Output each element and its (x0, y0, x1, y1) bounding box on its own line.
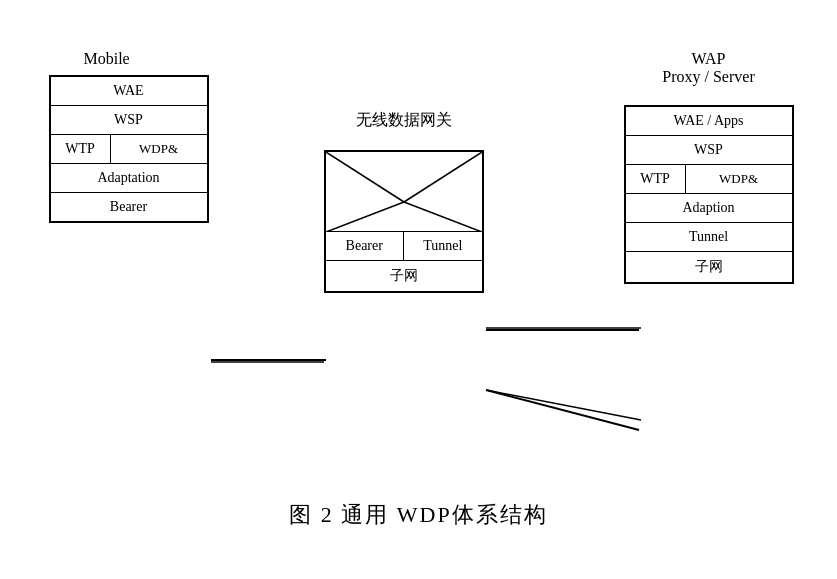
svg-line-10 (486, 390, 641, 420)
gateway-bearer: Bearer (326, 232, 405, 260)
server-label: WAP Proxy / Server (629, 50, 789, 86)
server-wae-apps: WAE / Apps (626, 107, 792, 136)
mobile-adaptation: Adaptation (51, 164, 207, 193)
gateway-box: Bearer Tunnel 子网 (324, 150, 484, 293)
diagram-container: Mobile WAE WSP WTP WDP& Adaptation Beare… (29, 50, 809, 530)
mobile-wtp-wdp-row: WTP WDP& (51, 135, 207, 164)
mobile-wdp: WDP& (111, 135, 207, 163)
server-wdp: WDP& (686, 165, 792, 193)
server-adaption: Adaption (626, 194, 792, 223)
mobile-label: Mobile (84, 50, 130, 68)
gateway-tunnel: Tunnel (404, 232, 482, 260)
server-wtp-wdp-row: WTP WDP& (626, 165, 792, 194)
mobile-wsp: WSP (51, 106, 207, 135)
mobile-stack: WAE WSP WTP WDP& Adaptation Bearer (49, 75, 209, 223)
server-subnet: 子网 (626, 252, 792, 282)
gateway-label: 无线数据网关 (339, 110, 469, 131)
server-label-line2: Proxy / Server (629, 68, 789, 86)
diagram-area: Mobile WAE WSP WTP WDP& Adaptation Beare… (29, 50, 809, 490)
mobile-bearer: Bearer (51, 193, 207, 221)
envelope-svg (326, 152, 482, 232)
server-wsp: WSP (626, 136, 792, 165)
gateway-subnet: 子网 (326, 260, 482, 291)
mobile-wae: WAE (51, 77, 207, 106)
server-stack: WAE / Apps WSP WTP WDP& Adaption Tunnel … (624, 105, 794, 284)
server-label-line1: WAP (629, 50, 789, 68)
caption: 图 2 通用 WDP体系结构 (289, 500, 547, 530)
mobile-wtp: WTP (51, 135, 111, 163)
gateway-bottom-row: Bearer Tunnel (326, 232, 482, 260)
gateway-envelope (326, 152, 482, 232)
svg-line-2 (486, 390, 639, 430)
svg-rect-3 (326, 152, 482, 232)
server-tunnel: Tunnel (626, 223, 792, 252)
server-wtp: WTP (626, 165, 686, 193)
